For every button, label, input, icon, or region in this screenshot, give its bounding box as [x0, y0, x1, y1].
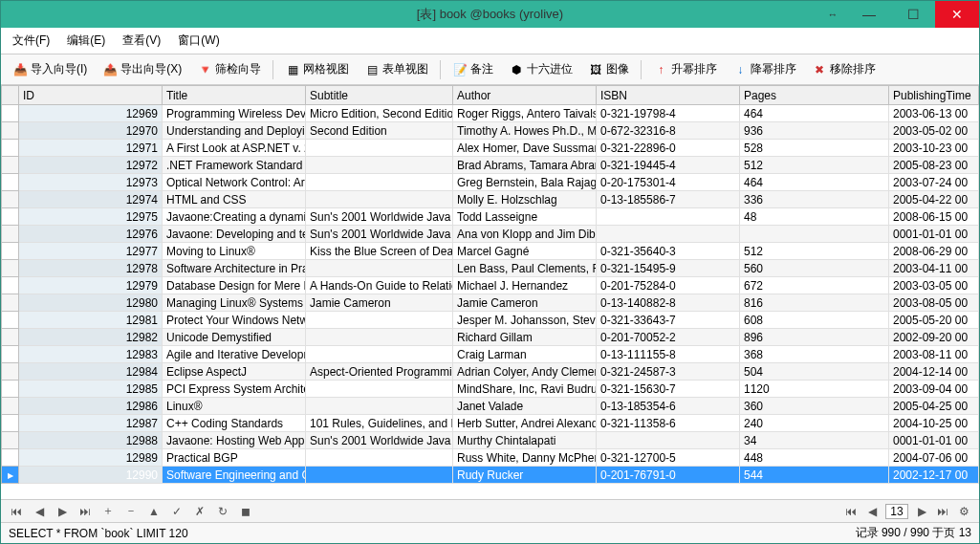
cell-title[interactable]: Linux® — [163, 398, 306, 415]
cell-subtitle[interactable]: Jamie Cameron — [306, 294, 453, 312]
image-button[interactable]: 🖼图像 — [582, 57, 635, 81]
cell-id[interactable]: 12984 — [19, 363, 163, 381]
table-row[interactable]: 12987C++ Coding Standards101 Rules, Guid… — [2, 415, 979, 432]
cell-subtitle[interactable]: A Hands-On Guide to Relationa — [306, 277, 453, 294]
cell-author[interactable]: Len Bass, Paul Clements, Rick — [453, 260, 597, 277]
table-row[interactable]: 12988Javaone: Hosting Web ApplicaSun's 2… — [2, 432, 979, 449]
menu-view[interactable]: 查看(V) — [115, 30, 168, 52]
cell-pages[interactable] — [740, 226, 889, 243]
cell-isbn[interactable] — [597, 226, 740, 243]
table-row[interactable]: 12984Eclipse AspectJAspect-Oriented Prog… — [2, 363, 979, 381]
cell-isbn[interactable]: 0-13-111155-8 — [597, 346, 740, 363]
cell-id[interactable]: 12986 — [19, 398, 163, 415]
cell-subtitle[interactable]: Micro Edition, Second Edition — [306, 105, 453, 122]
cell-isbn[interactable]: 0-13-140882-8 — [597, 294, 740, 312]
cell-isbn[interactable]: 0-201-70052-2 — [597, 329, 740, 346]
maximize-button[interactable]: ☐ — [891, 1, 935, 28]
row-handle[interactable] — [2, 449, 19, 467]
close-button[interactable]: ✕ — [935, 1, 979, 28]
cell-title[interactable]: .NET Framework Standard Libr — [163, 157, 306, 174]
cell-subtitle[interactable]: Sun's 2001 Worldwide Java De — [306, 226, 453, 243]
cell-author[interactable]: Jesper M. Johansson, Steve R — [453, 312, 597, 329]
cell-title[interactable]: Practical BGP — [163, 449, 306, 467]
cell-id[interactable]: 12972 — [19, 157, 163, 174]
page-prev-icon[interactable]: ◀ — [864, 504, 880, 519]
cell-author[interactable]: Herb Sutter, Andrei Alexandre — [453, 415, 597, 432]
table-row[interactable]: 12971A First Look at ASP.NET v. 2.0Alex … — [2, 140, 979, 157]
nav-cancel-icon[interactable]: ✗ — [192, 504, 207, 519]
filter-wizard-button[interactable]: 🔻筛检向导 — [191, 57, 267, 81]
cell-author[interactable]: Janet Valade — [453, 398, 597, 415]
cell-subtitle[interactable] — [306, 260, 453, 277]
cell-title[interactable]: Managing Linux® Systems with — [163, 294, 306, 312]
cell-author[interactable]: Michael J. Hernandez — [453, 277, 597, 294]
cell-subtitle[interactable]: Sun's 2001 Worldwide Java De — [306, 208, 453, 226]
cell-author[interactable]: Marcel Gagné — [453, 243, 597, 260]
cell-title[interactable]: Database Design for Mere Mor — [163, 277, 306, 294]
cell-pub[interactable]: 2003-04-11 00 — [889, 260, 979, 277]
col-isbn[interactable]: ISBN — [597, 86, 740, 105]
table-row[interactable]: 12985PCI Express System ArchitectuMindSh… — [2, 381, 979, 398]
table-row[interactable]: 12974HTML and CSSMolly E. Holzschlag0-13… — [2, 191, 979, 208]
cell-id[interactable]: 12982 — [19, 329, 163, 346]
cell-subtitle[interactable] — [306, 174, 453, 191]
grid-view-button[interactable]: ▦网格视图 — [279, 57, 355, 81]
row-handle[interactable] — [2, 243, 19, 260]
cell-author[interactable]: Alex Homer, Dave Sussman, R — [453, 140, 597, 157]
settings-icon[interactable]: ⚙ — [956, 504, 971, 519]
row-handle[interactable] — [2, 208, 19, 226]
cell-subtitle[interactable]: Kiss the Blue Screen of Death ( — [306, 243, 453, 260]
table-row[interactable]: 12973Optical Network Control: ArchiGreg … — [2, 174, 979, 191]
cell-pub[interactable]: 2008-06-15 00 — [889, 208, 979, 226]
cell-id[interactable]: 12974 — [19, 191, 163, 208]
cell-subtitle[interactable]: 101 Rules, Guidelines, and Bes — [306, 415, 453, 432]
cell-isbn[interactable] — [597, 208, 740, 226]
cell-pages[interactable]: 936 — [740, 122, 889, 140]
row-handle[interactable] — [2, 432, 19, 449]
cell-title[interactable]: A First Look at ASP.NET v. 2.0 — [163, 140, 306, 157]
import-wizard-button[interactable]: 📥导入向导(I) — [7, 57, 93, 81]
cell-pub[interactable]: 2004-07-06 00 — [889, 449, 979, 467]
cell-pub[interactable]: 2008-06-29 00 — [889, 243, 979, 260]
nav-refresh-icon[interactable]: ↻ — [215, 504, 230, 519]
col-author[interactable]: Author — [453, 86, 597, 105]
cell-pages[interactable]: 544 — [740, 467, 889, 484]
cell-pub[interactable]: 2003-10-23 00 — [889, 140, 979, 157]
cell-subtitle[interactable] — [306, 191, 453, 208]
cell-author[interactable]: Richard Gillam — [453, 329, 597, 346]
cell-pages[interactable]: 34 — [740, 432, 889, 449]
cell-title[interactable]: Software Architecture in Practi — [163, 260, 306, 277]
cell-pub[interactable]: 2003-08-11 00 — [889, 346, 979, 363]
cell-author[interactable]: Murthy Chintalapati — [453, 432, 597, 449]
cell-title[interactable]: HTML and CSS — [163, 191, 306, 208]
cell-title[interactable]: Javaone: Developing and test — [163, 226, 306, 243]
cell-pages[interactable]: 448 — [740, 449, 889, 467]
table-row[interactable]: 12981Protect Your Windows NetworkJesper … — [2, 312, 979, 329]
row-handle[interactable] — [2, 226, 19, 243]
row-handle[interactable] — [2, 381, 19, 398]
table-row[interactable]: 12977Moving to Linux®Kiss the Blue Scree… — [2, 243, 979, 260]
cell-author[interactable]: Jamie Cameron — [453, 294, 597, 312]
cell-subtitle[interactable]: Aspect-Oriented Programming — [306, 363, 453, 381]
cell-pub[interactable]: 2002-09-20 00 — [889, 329, 979, 346]
cell-id[interactable]: 12971 — [19, 140, 163, 157]
arrow-button[interactable]: ↔ — [818, 1, 847, 28]
cell-isbn[interactable]: 0-20-175301-4 — [597, 174, 740, 191]
row-handle[interactable] — [2, 415, 19, 432]
cell-id[interactable]: 12990 — [19, 467, 163, 484]
cell-title[interactable]: PCI Express System Architectu — [163, 381, 306, 398]
cell-title[interactable]: Protect Your Windows Network — [163, 312, 306, 329]
cell-isbn[interactable]: 0-321-12700-5 — [597, 449, 740, 467]
cell-author[interactable]: Rudy Rucker — [453, 467, 597, 484]
cell-subtitle[interactable] — [306, 381, 453, 398]
page-first-icon[interactable]: ⏮ — [843, 504, 859, 519]
nav-edit-icon[interactable]: ▲ — [146, 504, 162, 519]
memo-button[interactable]: 📝备注 — [446, 57, 499, 81]
cell-pub[interactable]: 0001-01-01 00 — [889, 432, 979, 449]
hex-button[interactable]: ⬢十六进位 — [503, 57, 578, 81]
cell-id[interactable]: 12981 — [19, 312, 163, 329]
nav-first-icon[interactable]: ⏮ — [9, 504, 24, 519]
cell-id[interactable]: 12987 — [19, 415, 163, 432]
cell-pages[interactable]: 512 — [740, 243, 889, 260]
cell-author[interactable]: Todd Lasseigne — [453, 208, 597, 226]
